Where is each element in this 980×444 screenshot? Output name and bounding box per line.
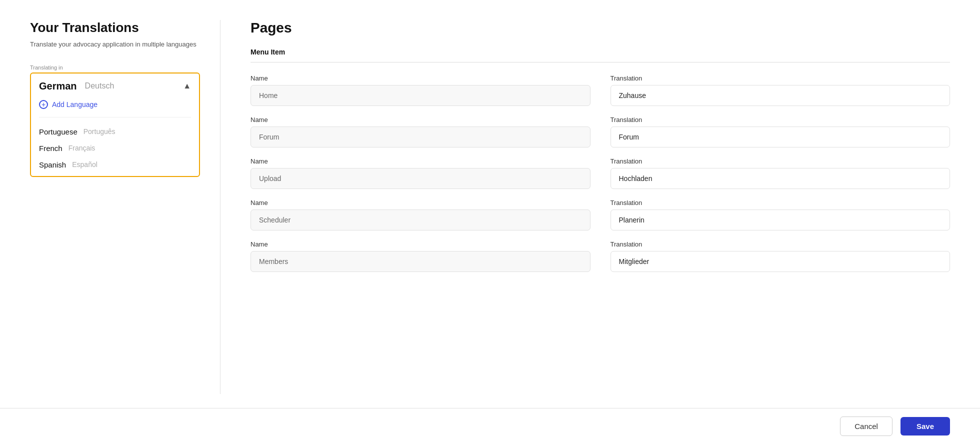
table-row: Name Translation (250, 74, 950, 106)
sidebar-title: Your Translations (30, 20, 200, 36)
translation-label-5: Translation (610, 240, 950, 248)
translation-label-3: Translation (610, 158, 950, 165)
name-field-group-2: Name (250, 116, 590, 148)
sidebar-subtitle: Translate your advocacy application in m… (30, 40, 200, 50)
list-item[interactable]: Portuguese Português (39, 128, 191, 136)
main-content: Pages Menu Item Name Translation Name (220, 20, 950, 394)
translation-label-1: Translation (610, 74, 950, 82)
name-input-4[interactable] (250, 210, 590, 230)
lang-name-french: French (39, 144, 62, 152)
translation-input-2[interactable] (610, 126, 950, 148)
name-input-3[interactable] (250, 168, 590, 189)
selected-language-row[interactable]: German Deutsch ▲ (39, 80, 191, 92)
table-row: Name Translation (250, 199, 950, 230)
name-input-1[interactable] (250, 85, 590, 106)
lang-name-portuguese: Portuguese (39, 128, 78, 136)
lang-native-portuguese: Português (84, 128, 116, 136)
table-row: Name Translation (250, 116, 950, 148)
name-label-2: Name (250, 116, 590, 124)
lang-native-spanish: Español (72, 160, 98, 168)
name-field-group-5: Name (250, 240, 590, 272)
translation-input-4[interactable] (610, 210, 950, 230)
section-header: Menu Item (250, 48, 950, 62)
name-field-group-4: Name (250, 199, 590, 230)
add-language-button[interactable]: + Add Language (39, 100, 191, 118)
save-button[interactable]: Save (900, 417, 950, 436)
table-row: Name Translation (250, 240, 950, 272)
plus-circle-icon: + (39, 100, 48, 109)
list-item[interactable]: French Français (39, 144, 191, 152)
chevron-up-icon: ▲ (183, 82, 191, 90)
name-label-3: Name (250, 158, 590, 165)
name-input-5[interactable] (250, 251, 590, 272)
translation-input-5[interactable] (610, 251, 950, 272)
name-input-2[interactable] (250, 126, 590, 148)
pages-title: Pages (250, 20, 950, 36)
translation-rows: Name Translation Name Translation (250, 74, 950, 272)
lang-native-french: Français (68, 144, 96, 152)
name-label-4: Name (250, 199, 590, 206)
language-selector-box[interactable]: German Deutsch ▲ + Add Language Portugue… (30, 72, 200, 177)
translation-field-group-3: Translation (610, 158, 950, 189)
lang-name-spanish: Spanish (39, 160, 66, 169)
name-field-group-3: Name (250, 158, 590, 189)
cancel-button[interactable]: Cancel (840, 416, 892, 436)
selected-language-name: German (39, 80, 77, 92)
translation-label-2: Translation (610, 116, 950, 124)
footer: Cancel Save (0, 408, 980, 444)
name-field-group-1: Name (250, 74, 590, 106)
add-language-label: Add Language (52, 100, 98, 108)
translation-field-group-4: Translation (610, 199, 950, 230)
translating-label: Translating in (30, 64, 200, 70)
selected-language-native: Deutsch (85, 82, 114, 90)
sidebar: Your Translations Translate your advocac… (30, 20, 220, 394)
table-row: Name Translation (250, 158, 950, 189)
translation-label-4: Translation (610, 199, 950, 206)
translation-input-3[interactable] (610, 168, 950, 189)
translation-field-group-1: Translation (610, 74, 950, 106)
name-label-5: Name (250, 240, 590, 248)
list-item[interactable]: Spanish Español (39, 160, 191, 169)
language-list: Portuguese Português French Français Spa… (39, 128, 191, 169)
translation-field-group-2: Translation (610, 116, 950, 148)
translation-field-group-5: Translation (610, 240, 950, 272)
name-label-1: Name (250, 74, 590, 82)
translation-input-1[interactable] (610, 85, 950, 106)
